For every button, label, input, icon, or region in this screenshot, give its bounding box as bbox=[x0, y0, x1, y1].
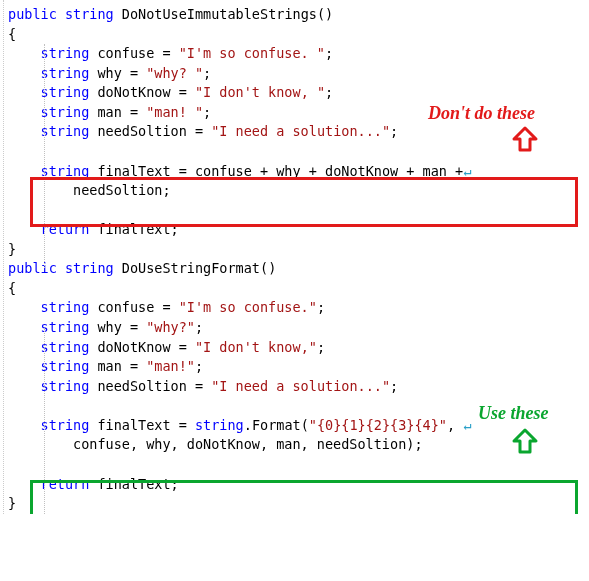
code-text: ; bbox=[195, 358, 203, 374]
code-text: confuse, why, doNotKnow, man, needSoltio… bbox=[8, 436, 423, 452]
method-name: DoNotUseImmutableStrings() bbox=[114, 6, 333, 22]
code-text: .Format( bbox=[244, 417, 309, 433]
keyword-string: string bbox=[65, 6, 114, 22]
code-text: ; bbox=[325, 84, 333, 100]
keyword-string: string bbox=[41, 339, 90, 355]
code-text: ; bbox=[203, 65, 211, 81]
keyword-string: string bbox=[41, 358, 90, 374]
arrow-up-green-icon bbox=[510, 427, 540, 455]
annotation-use: Use these bbox=[478, 400, 549, 426]
code-text: needSoltion = bbox=[89, 123, 211, 139]
string-literal: "{0}{1}{2}{3}{4}" bbox=[309, 417, 447, 433]
string-literal: "I don't know," bbox=[195, 339, 317, 355]
indent-guide-1 bbox=[44, 44, 45, 268]
code-text: ; bbox=[325, 45, 333, 61]
keyword-string: string bbox=[41, 104, 90, 120]
code-text: confuse = bbox=[89, 45, 178, 61]
method-name: DoUseStringFormat() bbox=[114, 260, 277, 276]
code-text: confuse = bbox=[89, 299, 178, 315]
string-literal: "I'm so confuse. " bbox=[179, 45, 325, 61]
code-text: finalText = bbox=[89, 417, 195, 433]
annotation-dont: Don't do these bbox=[428, 100, 535, 126]
keyword-string: string bbox=[41, 45, 90, 61]
code-text: ; bbox=[317, 339, 325, 355]
brace-open: { bbox=[8, 26, 16, 42]
keyword-string: string bbox=[41, 65, 90, 81]
code-text: ; bbox=[390, 378, 398, 394]
code-text: ; bbox=[195, 319, 203, 335]
code-block: public string DoNotUseImmutableStrings()… bbox=[0, 5, 589, 514]
keyword-string: string bbox=[41, 417, 90, 433]
code-text: ; bbox=[203, 104, 211, 120]
keyword-string: string bbox=[65, 260, 114, 276]
code-text: man = bbox=[89, 358, 146, 374]
string-literal: "I need a solution..." bbox=[211, 378, 390, 394]
arrow-up-red-icon bbox=[510, 125, 540, 153]
keyword-public: public bbox=[8, 6, 57, 22]
code-text: , bbox=[447, 417, 463, 433]
brace-close: } bbox=[8, 241, 16, 257]
keyword-string: string bbox=[195, 417, 244, 433]
string-literal: "I need a solution..." bbox=[211, 123, 390, 139]
keyword-string: string bbox=[41, 123, 90, 139]
code-text: why = bbox=[89, 319, 146, 335]
string-literal: "I don't know, " bbox=[195, 84, 325, 100]
keyword-string: string bbox=[41, 319, 90, 335]
code-text: ; bbox=[390, 123, 398, 139]
string-literal: "why?" bbox=[146, 319, 195, 335]
string-literal: "man! " bbox=[146, 104, 203, 120]
string-literal: "I'm so confuse." bbox=[179, 299, 317, 315]
code-text: man = bbox=[89, 104, 146, 120]
keyword-string: string bbox=[41, 84, 90, 100]
keyword-string: string bbox=[41, 378, 90, 394]
code-text: why = bbox=[89, 65, 146, 81]
code-text: ; bbox=[317, 299, 325, 315]
highlight-box-use bbox=[30, 480, 578, 514]
code-text: doNotKnow = bbox=[89, 84, 195, 100]
string-literal: "man!" bbox=[146, 358, 195, 374]
brace-open: { bbox=[8, 280, 16, 296]
code-text: doNotKnow = bbox=[89, 339, 195, 355]
keyword-string: string bbox=[41, 299, 90, 315]
code-text: needSoltion = bbox=[89, 378, 211, 394]
string-literal: "why? " bbox=[146, 65, 203, 81]
wrap-glyph: ↵ bbox=[463, 417, 471, 433]
highlight-box-dont bbox=[30, 177, 578, 227]
brace-close: } bbox=[8, 495, 16, 511]
keyword-public: public bbox=[8, 260, 57, 276]
editor-gutter bbox=[0, 0, 4, 514]
